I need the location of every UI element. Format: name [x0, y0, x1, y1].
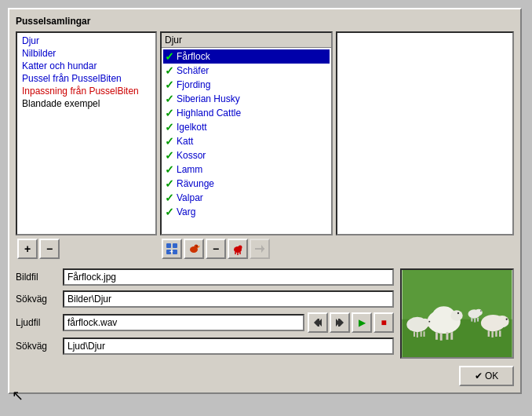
puzzle-add-icon: + — [166, 243, 178, 255]
svg-rect-49 — [471, 318, 472, 322]
ok-row: ✔ OK — [16, 366, 514, 386]
audio-next-icon — [334, 317, 345, 328]
puzzle-item-label: Rävunge — [177, 178, 214, 189]
puzzle-list-item[interactable]: ✓ Varg — [163, 205, 330, 219]
svg-point-27 — [457, 312, 459, 314]
checkmark-icon: ✓ — [165, 107, 174, 119]
sokväg1-label: Sökväg — [16, 294, 63, 305]
disabled-button — [250, 239, 270, 259]
add-bird-button[interactable] — [184, 239, 204, 259]
svg-point-40 — [495, 316, 508, 327]
add-collection-button[interactable]: + — [17, 239, 38, 259]
play-button[interactable]: ▶ — [352, 312, 372, 333]
list-item[interactable]: Katter och hundar — [19, 60, 154, 72]
list-item[interactable]: Blandade exempel — [19, 97, 154, 110]
svg-point-34 — [428, 321, 430, 323]
svg-rect-36 — [417, 332, 418, 338]
sokväg2-label: Sökväg — [16, 341, 63, 352]
fields-left: Bildfil Sökväg Ljudfil — [16, 268, 394, 359]
puzzle-list-item[interactable]: ✓ Highland Cattle — [163, 106, 330, 120]
left-panel-container: Djur Nilbilder Katter och hundar Pussel … — [16, 31, 157, 262]
list-item[interactable]: Inpassning från PusselBiten — [19, 85, 154, 97]
puzzle-list-item[interactable]: ✓ Fårflock — [163, 49, 330, 64]
audio-next-button[interactable] — [330, 312, 350, 333]
main-dialog: Pusselsamlingar Djur Nilbilder Katter oc… — [8, 8, 522, 394]
svg-point-6 — [195, 245, 199, 249]
svg-marker-15 — [261, 245, 264, 253]
puzzle-list-item[interactable]: ✓ Rävunge — [163, 177, 330, 191]
svg-rect-51 — [477, 318, 479, 322]
puzzle-item-label: Siberian Husky — [177, 93, 240, 104]
disabled-icon — [253, 243, 266, 255]
svg-rect-37 — [421, 331, 422, 337]
checkmark-icon: ✓ — [165, 121, 174, 133]
svg-point-33 — [420, 319, 431, 328]
svg-rect-42 — [488, 330, 490, 337]
remove-puzzle-button[interactable]: − — [206, 239, 226, 259]
middle-panel-container: Djur ✓ Fårflock ✓ Schäfer ✓ Fjording — [160, 31, 333, 262]
svg-rect-35 — [414, 331, 415, 337]
collection-list: Djur Nilbilder Katter och hundar Pussel … — [17, 33, 155, 234]
bildfil-input[interactable] — [63, 268, 394, 286]
remove-collection-button[interactable]: − — [39, 239, 60, 259]
puzzle-item-label: Lamm — [177, 164, 202, 175]
fields-section: Bildfil Sökväg Ljudfil — [16, 268, 514, 359]
bildfil-label: Bildfil — [16, 272, 63, 283]
add-puzzle-button[interactable]: + — [162, 239, 182, 259]
puzzle-item-label: Fjording — [177, 79, 210, 90]
audio-prev-icon — [312, 317, 323, 328]
puzzle-list-item[interactable]: ✓ Igelkott — [163, 120, 330, 134]
puzzle-list-item[interactable]: ✓ Katt — [163, 134, 330, 148]
ok-button[interactable]: ✔ OK — [459, 366, 514, 386]
audio-prev-button[interactable] — [308, 312, 328, 333]
puzzle-list-item[interactable]: ✓ Kossor — [163, 148, 330, 162]
bildfil-row: Bildfil — [16, 268, 394, 286]
sheep-move-icon — [231, 243, 244, 255]
svg-point-48 — [480, 310, 482, 312]
puzzle-list-item[interactable]: ✓ Siberian Husky — [163, 92, 330, 106]
sheep-image — [402, 270, 512, 357]
checkmark-icon: ✓ — [165, 163, 174, 176]
left-btn-row: + − — [16, 235, 157, 262]
checkmark-icon: ✓ — [165, 78, 174, 91]
svg-point-10 — [239, 246, 242, 250]
middle-btn-row: + − — [160, 235, 333, 262]
list-item[interactable]: Pussel från PusselBiten — [19, 72, 154, 85]
dialog-title: Pusselsamlingar — [16, 16, 514, 27]
middle-panel-header: Djur — [162, 33, 331, 48]
bird-add-icon — [188, 243, 200, 255]
svg-point-47 — [475, 309, 483, 316]
sokväg2-input[interactable] — [63, 338, 394, 355]
puzzle-list-item[interactable]: ✓ Fjording — [163, 78, 330, 92]
ljudfil-row: Ljudfil — [16, 312, 394, 333]
puzzle-list-item[interactable]: ✓ Lamm — [163, 162, 330, 177]
svg-point-26 — [450, 310, 462, 321]
right-panel — [336, 31, 514, 235]
list-item[interactable]: Nilbilder — [19, 47, 154, 60]
list-item[interactable]: Djur — [19, 35, 154, 47]
image-preview — [400, 268, 514, 359]
checkmark-icon: ✓ — [165, 192, 174, 204]
ljudfil-input[interactable] — [63, 314, 304, 331]
sokväg1-row: Sökväg — [16, 290, 394, 308]
svg-marker-16 — [314, 319, 318, 327]
move-puzzle-button[interactable] — [228, 239, 248, 259]
puzzle-item-label: Varg — [177, 206, 195, 217]
sokväg1-input[interactable] — [63, 290, 394, 308]
checkmark-icon: ✓ — [165, 206, 174, 218]
svg-rect-50 — [474, 319, 476, 323]
puzzle-item-label: Katt — [177, 136, 193, 147]
svg-marker-19 — [340, 319, 344, 327]
puzzle-list-item[interactable]: ✓ Schäfer — [163, 64, 330, 78]
stop-button[interactable]: ■ — [373, 312, 394, 333]
puzzle-list-item[interactable]: ✓ Valpar — [163, 191, 330, 205]
puzzle-item-label: Fårflock — [177, 51, 210, 62]
collection-list-panel: Djur Nilbilder Katter och hundar Pussel … — [16, 31, 157, 235]
checkmark-icon: ✓ — [165, 149, 174, 162]
svg-rect-29 — [440, 333, 443, 341]
checkmark-icon: ✓ — [165, 64, 174, 77]
svg-text:+: + — [169, 248, 173, 255]
svg-rect-1 — [173, 243, 177, 248]
ljudfil-label: Ljudfil — [16, 317, 63, 328]
svg-rect-28 — [435, 332, 438, 340]
